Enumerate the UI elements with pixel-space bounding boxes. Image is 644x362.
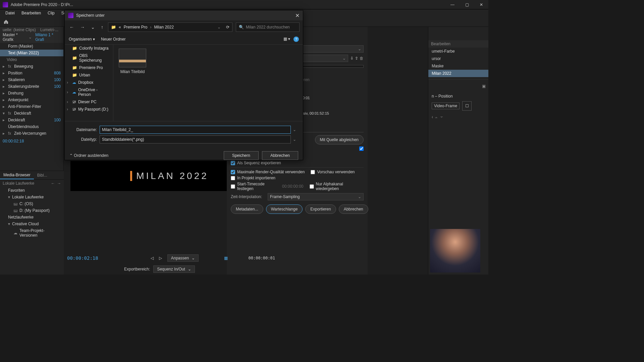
align-center-icon[interactable]: ⫠ — [434, 115, 438, 119]
import-preset-icon[interactable]: ⇪ — [355, 56, 358, 61]
address-bar[interactable]: 📁 « Premiere Pro › Milan 2022 ⌄ ⟳ — [108, 22, 232, 32]
crumb-premiere[interactable]: Premiere Pro — [124, 25, 148, 29]
fx-row[interactable]: Überblendmodus — [0, 123, 63, 130]
addr-dropdown-icon[interactable]: ⌄ — [217, 25, 221, 29]
crumb-milan[interactable]: Milan 2022 — [154, 25, 174, 29]
nav-up-icon[interactable]: ↑ — [100, 23, 105, 31]
nav-recent-icon[interactable]: ⌄ — [90, 23, 96, 31]
tree-item[interactable]: ›☁OneDrive - Person — [65, 86, 113, 98]
tree-item[interactable]: 📁Colorify Instagra — [65, 45, 113, 52]
effect-controls-timecode[interactable]: 00:00:02:18 — [0, 137, 63, 145]
tab-media-browser[interactable]: Media-Browser — [0, 171, 34, 179]
crumb-root[interactable]: « — [119, 25, 121, 29]
interp-dropdown[interactable]: Frame-Sampling⌄ — [268, 193, 364, 200]
ec-crumb-master[interactable]: Master * Grafik — [3, 33, 27, 42]
minimize-button[interactable]: — — [448, 1, 457, 8]
preview-tc-right[interactable]: 00:00:00:01 — [249, 256, 275, 260]
match-source-button[interactable]: Mit Quelle abgleichen — [315, 135, 364, 144]
tree-item[interactable]: 📁OBS Speicherung — [65, 52, 113, 64]
fx-row[interactable]: ▸Drehung — [0, 90, 63, 97]
eg-item-milan[interactable]: Milan 2022 — [428, 70, 488, 77]
tree-item[interactable]: ›🖳My Passport (D:) — [65, 106, 113, 113]
menu-datei[interactable]: Datei — [3, 10, 17, 16]
align-left-icon[interactable]: ⫞ — [431, 115, 433, 119]
fx-row[interactable]: ▸fxZeit-Verzerrungen — [0, 130, 63, 137]
menu-clip[interactable]: Clip — [45, 10, 57, 16]
back-icon[interactable]: ← — [51, 181, 55, 186]
width-lock-checkbox[interactable] — [359, 146, 364, 151]
tree-item[interactable]: 📁Urban — [65, 71, 113, 79]
export-button[interactable]: Exportieren — [305, 204, 336, 214]
fx-row[interactable]: ▸Ankerpunkt — [0, 97, 63, 103]
fx-row[interactable]: Video — [0, 56, 63, 63]
fit-dropdown[interactable]: Anpassen⌄ — [167, 254, 199, 262]
cancel-button[interactable]: Abbrechen — [262, 151, 298, 160]
maximize-button[interactable]: ▢ — [463, 1, 472, 8]
organize-button[interactable]: Organisieren ▾ — [69, 37, 95, 42]
tree-item[interactable]: 📁Premiere Pro — [65, 64, 113, 71]
queue-button[interactable]: Warteschlange — [266, 204, 303, 214]
ec-crumb-clip[interactable]: Milano 1 * Grafi — [35, 33, 61, 42]
fx-row[interactable]: ▸Anti-Flimmer-Filter — [0, 103, 63, 110]
fx-row[interactable]: Text (Milan 2022) — [0, 50, 63, 56]
play-prev-icon[interactable]: ◁ — [151, 256, 154, 260]
fx-row[interactable]: ▸fxBewegung — [0, 63, 63, 70]
filetype-dropdown[interactable]: Standbilddateien(*.png) — [100, 135, 291, 143]
max-quality-checkbox[interactable] — [231, 170, 235, 174]
pin-center-icon[interactable]: ☐ — [462, 101, 472, 111]
file-item[interactable]: Milan Titelbild — [117, 49, 148, 74]
start-tc-checkbox[interactable] — [231, 184, 235, 189]
mb-drive-d[interactable]: 🖴D: (My Passport) — [0, 207, 64, 214]
eg-tab[interactable]: Bearbeiten — [428, 40, 488, 48]
save-preset-icon[interactable]: ⇩ — [350, 56, 354, 61]
mb-team-proj[interactable]: ☁Team-Projekt-Versionen — [0, 227, 64, 239]
mb-drive-c[interactable]: 🖴C: (OS) — [0, 200, 64, 207]
import-project-checkbox[interactable] — [231, 176, 235, 180]
use-preview-checkbox[interactable] — [311, 170, 315, 174]
fx-row[interactable]: ▸Skalierungsbreite100 — [0, 83, 63, 90]
view-mode-icon[interactable]: ▦ ▾ — [283, 37, 290, 42]
align-right-icon[interactable]: ⫟ — [440, 115, 444, 119]
trash-icon[interactable]: 🗑 — [360, 56, 364, 61]
new-layer-icon[interactable]: ▣ — [482, 84, 486, 88]
filetype-dropdown-icon[interactable]: ⌄ — [291, 137, 298, 142]
menu-bearbeiten[interactable]: Bearbeiten — [19, 10, 44, 16]
export-cancel-button[interactable]: Abbrechen — [339, 204, 368, 214]
eg-item-lumetri[interactable]: umetri-Farbe — [428, 48, 488, 55]
tab-libraries[interactable]: Bibl... — [34, 172, 51, 179]
close-button[interactable]: ✕ — [477, 1, 486, 8]
file-list[interactable]: Milan Titelbild — [113, 45, 303, 121]
save-dialog-close[interactable]: ✕ — [295, 12, 300, 19]
refresh-icon[interactable]: ⟳ — [226, 25, 229, 29]
help-icon[interactable]: ? — [293, 37, 299, 42]
filename-input[interactable]: Milan Titelbild_2_ — [100, 126, 291, 134]
mb-lokale[interactable]: ▾Lokale Laufwerke — [0, 194, 64, 200]
metadata-button[interactable]: Metadaten... — [231, 204, 263, 214]
tree-item[interactable]: ›🖳Dieser PC — [65, 98, 113, 106]
fx-row[interactable]: ▸Skalieren100 — [0, 76, 63, 83]
mb-netz[interactable]: Netzlaufwerke — [0, 214, 64, 221]
aspect-icon[interactable]: ▦ — [224, 256, 228, 260]
mb-favoriten[interactable]: Favoriten — [0, 187, 64, 194]
mb-cc[interactable]: ▾Creative Cloud — [0, 221, 64, 227]
filename-dropdown-icon[interactable]: ⌄ — [291, 127, 298, 132]
export-range-dropdown[interactable]: Sequenz In/Out⌄ — [153, 265, 195, 273]
preview-tc-left[interactable]: 00:00:02:18 — [67, 255, 98, 261]
eg-item-mask[interactable]: Maske — [428, 62, 488, 70]
eg-item-cursor[interactable]: ursor — [428, 55, 488, 62]
new-folder-button[interactable]: Neuer Ordner — [101, 37, 125, 42]
nav-forward-icon[interactable]: → — [79, 23, 86, 31]
fx-row[interactable]: ▾fxDeckkraft — [0, 110, 63, 117]
fx-row[interactable]: ▸Position808 — [0, 70, 63, 76]
alpha-only-checkbox[interactable] — [310, 184, 314, 189]
nav-back-icon[interactable]: ← — [68, 23, 75, 31]
tree-item[interactable]: ›☁Dropbox — [65, 79, 113, 86]
hide-folders-toggle[interactable]: ⌃ Ordner ausblenden — [69, 153, 108, 158]
fwd-icon[interactable]: → — [57, 181, 61, 186]
chevron-down-icon[interactable]: ⌄ — [29, 35, 32, 40]
play-next-icon[interactable]: ▷ — [159, 256, 162, 260]
save-button[interactable]: Speichern — [224, 151, 259, 160]
fx-row[interactable]: Form (Maske) — [0, 43, 63, 50]
fx-row[interactable]: ▸Deckkraft100 — [0, 117, 63, 123]
home-icon[interactable] — [3, 18, 9, 25]
